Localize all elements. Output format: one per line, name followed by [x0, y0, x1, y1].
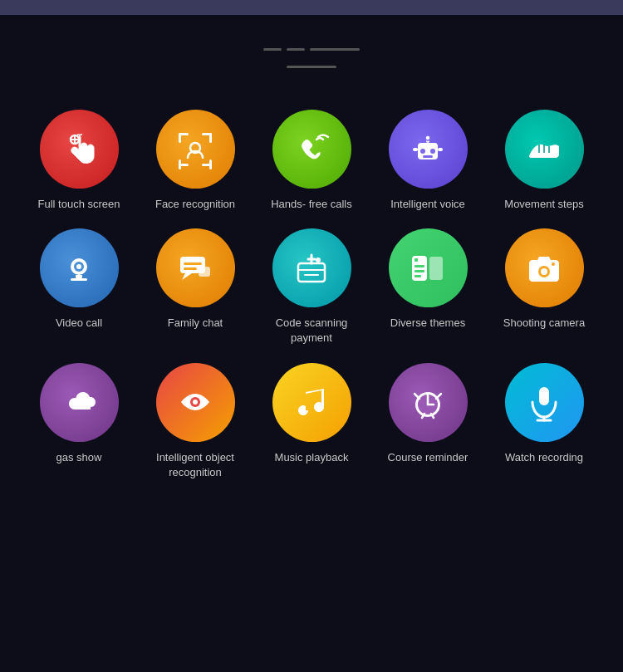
feature-item-course-reminder[interactable]: Course reminder	[374, 363, 482, 480]
dec-line	[310, 48, 360, 51]
svg-point-29	[316, 258, 321, 262]
svg-rect-22	[71, 278, 87, 281]
feature-icon-gas-show	[40, 363, 119, 442]
feature-icon-face-recognition	[156, 110, 235, 189]
feature-icon-diverse-themes	[389, 228, 468, 307]
feature-icon-course-reminder	[389, 363, 468, 442]
feature-icon-family-chat	[156, 228, 235, 307]
feature-item-intelligent-voice[interactable]: Intelligent voice	[374, 110, 482, 212]
feature-icon-intelligent-object-recognition	[156, 363, 235, 442]
feature-item-diverse-themes[interactable]: Diverse themes	[374, 228, 482, 346]
svg-point-20	[76, 264, 81, 269]
decorative-lines-bottom	[17, 66, 606, 68]
feature-icon-video-call	[40, 228, 119, 307]
feature-label-full-touch-screen: Full touch screen	[38, 197, 120, 212]
top-bar	[0, 0, 623, 15]
feature-label-shooting-camera: Shooting camera	[503, 316, 585, 331]
svg-rect-8	[209, 159, 212, 169]
feature-icon-watch-recording	[505, 363, 584, 442]
svg-rect-4	[209, 133, 212, 143]
feature-label-diverse-themes: Diverse themes	[390, 316, 465, 331]
feature-label-intelligent-voice: Intelligent voice	[390, 197, 465, 212]
svg-rect-13	[423, 155, 433, 158]
svg-point-41	[193, 400, 198, 405]
feature-label-hands-free-calls: Hands- free calls	[271, 197, 352, 212]
svg-rect-17	[438, 148, 443, 151]
feature-label-intelligent-object-recognition: Intelligent object recognition	[141, 450, 249, 480]
feature-label-video-call: Video call	[56, 316, 102, 331]
feature-icon-shooting-camera	[505, 228, 584, 307]
svg-point-38	[541, 268, 547, 275]
feature-label-gas-show: gas show	[56, 450, 102, 465]
dec-line	[287, 66, 336, 68]
dec-line	[287, 48, 305, 51]
feature-item-watch-recording[interactable]: Watch recording	[490, 363, 598, 480]
svg-rect-33	[415, 258, 418, 262]
svg-point-12	[430, 149, 435, 154]
feature-icon-movement-steps	[505, 110, 584, 189]
feature-item-movement-steps[interactable]: Movement steps	[490, 110, 598, 212]
svg-rect-25	[184, 262, 202, 265]
svg-rect-21	[76, 275, 82, 278]
feature-icon-music-playback	[272, 363, 351, 442]
decorative-lines-top	[17, 48, 606, 51]
svg-rect-44	[539, 387, 549, 405]
svg-rect-6	[179, 159, 181, 169]
feature-item-intelligent-object-recognition[interactable]: Intelligent object recognition	[141, 363, 249, 480]
feature-item-code-scanning-payment[interactable]: Code scanning payment	[258, 228, 365, 346]
svg-point-11	[420, 149, 425, 154]
features-grid: Full touch screen Face recognition Hands…	[0, 85, 623, 513]
svg-point-39	[552, 262, 555, 266]
feature-item-full-touch-screen[interactable]: Full touch screen	[25, 110, 133, 212]
svg-rect-26	[184, 267, 197, 270]
svg-rect-16	[413, 148, 418, 151]
feature-label-course-reminder: Course reminder	[388, 450, 468, 465]
feature-item-family-chat[interactable]: Family chat	[141, 228, 249, 346]
feature-icon-hands-free-calls	[272, 110, 351, 189]
svg-rect-34	[415, 265, 424, 267]
svg-rect-32	[429, 257, 443, 280]
dec-line	[263, 48, 282, 51]
feature-icon-full-touch-screen	[40, 110, 119, 189]
feature-item-face-recognition[interactable]: Face recognition	[141, 110, 249, 212]
svg-marker-24	[182, 273, 192, 280]
feature-icon-code-scanning-payment	[272, 228, 351, 307]
svg-point-15	[425, 135, 430, 140]
feature-label-family-chat: Family chat	[168, 316, 223, 331]
feature-item-music-playback[interactable]: Music playback	[258, 363, 365, 480]
feature-item-video-call[interactable]: Video call	[25, 228, 133, 346]
header	[0, 15, 623, 85]
feature-label-movement-steps: Movement steps	[504, 197, 583, 212]
feature-label-music-playback: Music playback	[275, 450, 349, 465]
svg-rect-28	[298, 263, 325, 282]
feature-icon-intelligent-voice	[389, 110, 468, 189]
feature-label-watch-recording: Watch recording	[505, 450, 583, 465]
feature-label-code-scanning-payment: Code scanning payment	[258, 316, 365, 346]
feature-item-shooting-camera[interactable]: Shooting camera	[490, 228, 598, 346]
feature-item-gas-show[interactable]: gas show	[25, 363, 133, 480]
feature-label-face-recognition: Face recognition	[155, 197, 235, 212]
svg-rect-36	[415, 275, 421, 277]
svg-rect-35	[415, 270, 424, 272]
feature-item-hands-free-calls[interactable]: Hands- free calls	[258, 110, 365, 212]
svg-rect-27	[199, 267, 210, 277]
svg-rect-2	[179, 133, 181, 143]
